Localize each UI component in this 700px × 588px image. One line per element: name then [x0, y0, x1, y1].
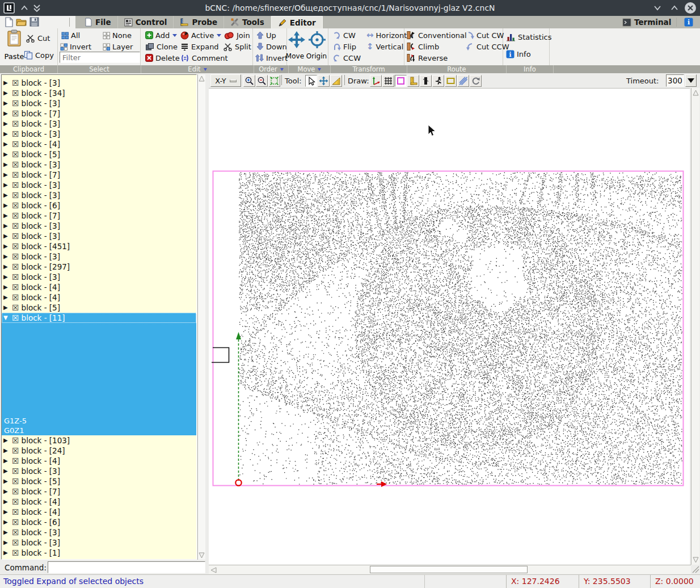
collapsed-triangle-icon[interactable]: [3, 548, 10, 558]
collapsed-triangle-icon[interactable]: [3, 251, 10, 262]
block-row[interactable]: block - [4]: [2, 497, 196, 507]
move-origin-label[interactable]: Move Origin: [285, 52, 327, 60]
block-enabled-checkbox[interactable]: [12, 282, 19, 292]
order-invert-button[interactable]: Invert: [255, 53, 288, 63]
collapsed-triangle-icon[interactable]: [3, 211, 10, 221]
block-enabled-checkbox[interactable]: [12, 272, 19, 282]
block-enabled-checkbox[interactable]: [12, 303, 19, 313]
block-row[interactable]: block - [3]: [2, 180, 196, 190]
block-enabled-checkbox[interactable]: [12, 211, 19, 221]
collapsed-triangle-icon[interactable]: [3, 129, 10, 139]
collapsed-triangle-icon[interactable]: [3, 527, 10, 537]
collapsed-triangle-icon[interactable]: [3, 221, 10, 231]
ruler-tool-button[interactable]: [330, 75, 342, 87]
collapsed-triangle-icon[interactable]: [3, 476, 10, 486]
tab-control[interactable]: Control: [118, 16, 174, 28]
block-row[interactable]: block - [5]: [2, 303, 196, 313]
rotate-cw-button[interactable]: CW: [332, 30, 356, 40]
maximize-icon[interactable]: [669, 3, 680, 13]
collapsed-triangle-icon[interactable]: [3, 507, 10, 517]
block-enabled-checkbox[interactable]: [12, 476, 19, 486]
block-enabled-checkbox[interactable]: [12, 180, 19, 190]
filter-input[interactable]: [60, 52, 140, 63]
collapsed-triangle-icon[interactable]: [3, 486, 10, 497]
block-enabled-checkbox[interactable]: [12, 497, 19, 507]
block-enabled-checkbox[interactable]: [12, 170, 19, 180]
scroll-down-icon[interactable]: [693, 557, 699, 563]
block-enabled-checkbox[interactable]: [12, 292, 19, 303]
clone-button[interactable]: Clone: [145, 41, 178, 52]
move-icon[interactable]: [288, 31, 306, 49]
order-up-button[interactable]: Up: [256, 30, 276, 40]
route-reverse-button[interactable]: Reverse: [406, 53, 448, 63]
block-enabled-checkbox[interactable]: [12, 159, 19, 170]
block-row[interactable]: block - [7]: [2, 486, 196, 497]
block-row[interactable]: block - [5]: [2, 149, 196, 159]
group-order[interactable]: Order: [254, 65, 289, 73]
block-row[interactable]: block - [7]: [2, 211, 196, 221]
block-list[interactable]: block - [3] block - [34] block - [3]: [1, 74, 197, 560]
order-down-button[interactable]: Down: [256, 41, 287, 52]
block-enabled-checkbox[interactable]: [12, 548, 19, 558]
block-enabled-checkbox[interactable]: [12, 231, 19, 241]
collapsed-triangle-icon[interactable]: [3, 517, 10, 527]
split-button[interactable]: Split: [224, 41, 251, 52]
block-enabled-checkbox[interactable]: [12, 88, 19, 98]
tab-probe[interactable]: Probe: [174, 16, 224, 28]
collapsed-triangle-icon[interactable]: [3, 180, 10, 190]
collapsed-triangle-icon[interactable]: [3, 98, 10, 108]
block-enabled-checkbox[interactable]: [12, 527, 19, 537]
draw-axes-button[interactable]: [370, 75, 382, 87]
scroll-up-icon[interactable]: [693, 90, 699, 96]
block-enabled-checkbox[interactable]: [12, 456, 19, 466]
block-row[interactable]: block - [5]: [2, 476, 196, 486]
collapsed-triangle-icon[interactable]: [3, 108, 10, 119]
collapsed-triangle-icon[interactable]: [3, 446, 10, 456]
block-row[interactable]: block - [3]: [2, 537, 196, 548]
select-none-button[interactable]: None: [103, 30, 132, 40]
block-row[interactable]: block - [3]: [2, 221, 196, 231]
group-move[interactable]: Move: [289, 65, 331, 73]
block-enabled-checkbox[interactable]: [12, 537, 19, 548]
block-row[interactable]: block - [3]: [2, 119, 196, 129]
select-tool-button[interactable]: [305, 75, 317, 87]
collapsed-triangle-icon[interactable]: [3, 262, 10, 272]
hscroll-thumb[interactable]: [370, 566, 528, 573]
collapsed-triangle-icon[interactable]: [3, 190, 10, 200]
comment-button[interactable]: Comment: [180, 53, 228, 63]
collapsed-triangle-icon[interactable]: [3, 200, 10, 211]
draw-margin-button[interactable]: [395, 75, 407, 87]
block-row[interactable]: block - [4]: [2, 507, 196, 517]
collapsed-triangle-icon[interactable]: [3, 139, 10, 149]
block-enabled-checkbox[interactable]: [12, 446, 19, 456]
zoom-out-button[interactable]: [256, 75, 268, 87]
statistics-button[interactable]: Statistics: [506, 32, 551, 42]
block-row[interactable]: block - [24]: [2, 446, 196, 456]
tab-file[interactable]: File: [78, 16, 118, 28]
block-row[interactable]: block - [3]: [2, 231, 196, 241]
block-row[interactable]: block - [1]: [2, 548, 196, 558]
gcode-line[interactable]: G1Z-5: [2, 416, 196, 426]
select-all-button[interactable]: All: [61, 30, 80, 40]
block-row[interactable]: block - [6]: [2, 517, 196, 527]
block-row[interactable]: block - [4]: [2, 282, 196, 292]
cut-ccw-button[interactable]: Cut CCW: [466, 41, 509, 52]
block-enabled-checkbox[interactable]: [12, 251, 19, 262]
block-enabled-checkbox[interactable]: [12, 129, 19, 139]
block-enabled-checkbox[interactable]: [12, 466, 19, 476]
block-row[interactable]: block - [34]: [2, 88, 196, 98]
block-enabled-checkbox[interactable]: [12, 200, 19, 211]
block-row[interactable]: block - [103]: [2, 435, 196, 446]
origin-icon[interactable]: [308, 31, 326, 49]
timeout-value[interactable]: 300: [666, 74, 684, 87]
collapsed-triangle-icon[interactable]: [3, 435, 10, 446]
tab-terminal[interactable]: Terminal: [616, 16, 677, 28]
block-enabled-checkbox[interactable]: [12, 486, 19, 497]
draw-grid-button[interactable]: [382, 75, 394, 87]
select-invert-button[interactable]: Invert: [60, 41, 91, 52]
delete-button[interactable]: Delete: [145, 53, 180, 63]
draw-probe-button[interactable]: [407, 75, 419, 87]
block-row[interactable]: block - [7]: [2, 108, 196, 119]
paste-icon[interactable]: [7, 30, 22, 47]
mirror-vertical-button[interactable]: ↕ Vertical: [366, 41, 403, 52]
